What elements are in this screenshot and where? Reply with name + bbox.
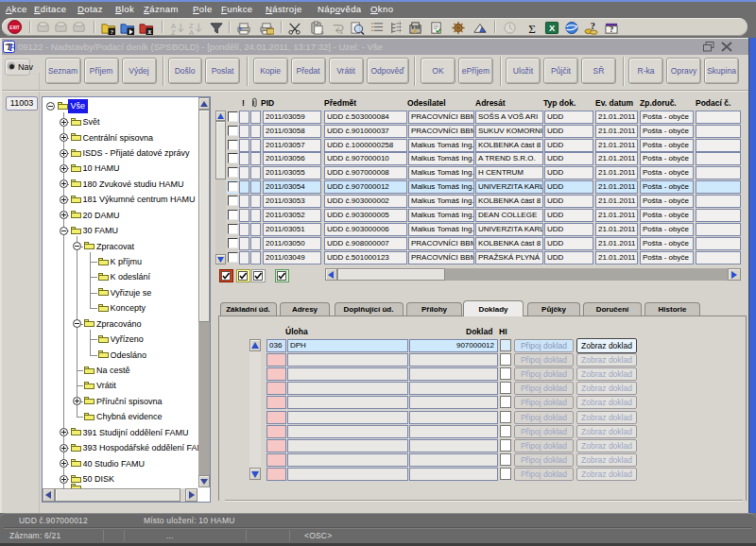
svg-text:?: ? bbox=[591, 21, 595, 31]
svg-text:X: X bbox=[549, 24, 556, 33]
svg-text:F: F bbox=[9, 43, 16, 53]
svg-text:Σ: Σ bbox=[528, 22, 536, 35]
svg-text:EXIT: EXIT bbox=[9, 26, 20, 30]
svg-text:A: A bbox=[189, 28, 194, 35]
svg-text:x: x bbox=[147, 28, 151, 35]
svg-text:a: a bbox=[320, 29, 324, 35]
svg-text:?: ? bbox=[610, 25, 613, 34]
svg-text:?: ? bbox=[111, 28, 113, 35]
svg-text:Z: Z bbox=[171, 28, 176, 35]
